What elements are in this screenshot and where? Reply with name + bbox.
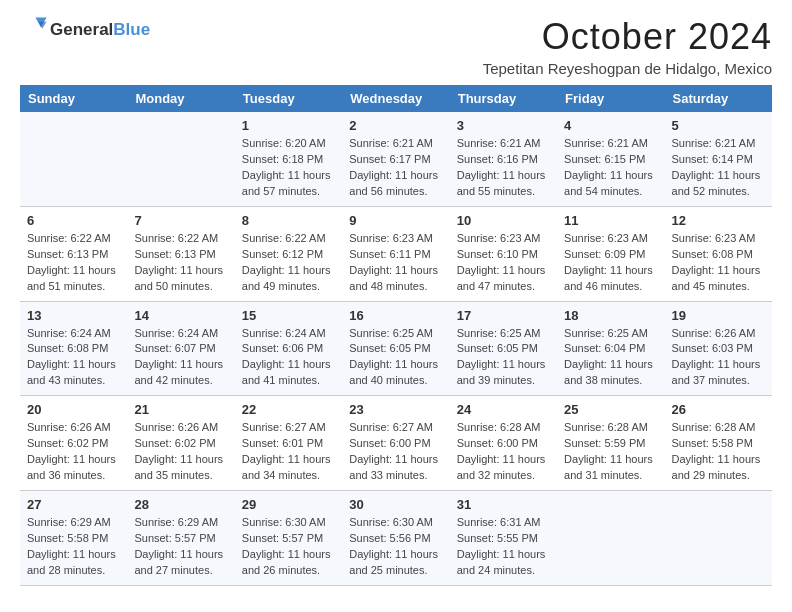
- logo-text-blue: Blue: [113, 20, 150, 39]
- calendar-cell: 14Sunrise: 6:24 AMSunset: 6:07 PMDayligh…: [127, 301, 234, 396]
- calendar-cell: 31Sunrise: 6:31 AMSunset: 5:55 PMDayligh…: [450, 491, 557, 586]
- day-info: Sunrise: 6:26 AMSunset: 6:03 PMDaylight:…: [672, 326, 765, 390]
- calendar-cell: 27Sunrise: 6:29 AMSunset: 5:58 PMDayligh…: [20, 491, 127, 586]
- day-number: 11: [564, 213, 657, 228]
- calendar-cell: [20, 112, 127, 206]
- day-number: 28: [134, 497, 227, 512]
- calendar-cell: 15Sunrise: 6:24 AMSunset: 6:06 PMDayligh…: [235, 301, 342, 396]
- day-number: 6: [27, 213, 120, 228]
- day-info: Sunrise: 6:23 AMSunset: 6:11 PMDaylight:…: [349, 231, 442, 295]
- calendar-cell: 9Sunrise: 6:23 AMSunset: 6:11 PMDaylight…: [342, 206, 449, 301]
- day-number: 29: [242, 497, 335, 512]
- day-number: 9: [349, 213, 442, 228]
- svg-marker-1: [38, 22, 46, 29]
- calendar-cell: 12Sunrise: 6:23 AMSunset: 6:08 PMDayligh…: [665, 206, 772, 301]
- calendar-cell: 26Sunrise: 6:28 AMSunset: 5:58 PMDayligh…: [665, 396, 772, 491]
- title-block: October 2024 Tepetitan Reyeshogpan de Hi…: [483, 16, 772, 77]
- logo-icon: [20, 12, 48, 40]
- calendar-week-row: 27Sunrise: 6:29 AMSunset: 5:58 PMDayligh…: [20, 491, 772, 586]
- day-info: Sunrise: 6:22 AMSunset: 6:13 PMDaylight:…: [134, 231, 227, 295]
- day-number: 18: [564, 308, 657, 323]
- day-number: 8: [242, 213, 335, 228]
- day-info: Sunrise: 6:24 AMSunset: 6:06 PMDaylight:…: [242, 326, 335, 390]
- day-number: 22: [242, 402, 335, 417]
- calendar-cell: 16Sunrise: 6:25 AMSunset: 6:05 PMDayligh…: [342, 301, 449, 396]
- calendar-header-row: SundayMondayTuesdayWednesdayThursdayFrid…: [20, 85, 772, 112]
- header-wednesday: Wednesday: [342, 85, 449, 112]
- header-thursday: Thursday: [450, 85, 557, 112]
- logo-text-general: General: [50, 20, 113, 39]
- calendar-cell: 5Sunrise: 6:21 AMSunset: 6:14 PMDaylight…: [665, 112, 772, 206]
- calendar-week-row: 13Sunrise: 6:24 AMSunset: 6:08 PMDayligh…: [20, 301, 772, 396]
- calendar-cell: 24Sunrise: 6:28 AMSunset: 6:00 PMDayligh…: [450, 396, 557, 491]
- calendar-cell: 8Sunrise: 6:22 AMSunset: 6:12 PMDaylight…: [235, 206, 342, 301]
- day-info: Sunrise: 6:26 AMSunset: 6:02 PMDaylight:…: [27, 420, 120, 484]
- header-friday: Friday: [557, 85, 664, 112]
- calendar-cell: 28Sunrise: 6:29 AMSunset: 5:57 PMDayligh…: [127, 491, 234, 586]
- day-info: Sunrise: 6:28 AMSunset: 5:59 PMDaylight:…: [564, 420, 657, 484]
- day-info: Sunrise: 6:26 AMSunset: 6:02 PMDaylight:…: [134, 420, 227, 484]
- day-number: 19: [672, 308, 765, 323]
- day-number: 24: [457, 402, 550, 417]
- calendar-cell: [127, 112, 234, 206]
- day-number: 16: [349, 308, 442, 323]
- day-info: Sunrise: 6:21 AMSunset: 6:14 PMDaylight:…: [672, 136, 765, 200]
- day-number: 26: [672, 402, 765, 417]
- day-number: 3: [457, 118, 550, 133]
- day-info: Sunrise: 6:24 AMSunset: 6:07 PMDaylight:…: [134, 326, 227, 390]
- calendar-cell: 25Sunrise: 6:28 AMSunset: 5:59 PMDayligh…: [557, 396, 664, 491]
- day-info: Sunrise: 6:30 AMSunset: 5:57 PMDaylight:…: [242, 515, 335, 579]
- calendar-cell: 7Sunrise: 6:22 AMSunset: 6:13 PMDaylight…: [127, 206, 234, 301]
- day-info: Sunrise: 6:25 AMSunset: 6:05 PMDaylight:…: [457, 326, 550, 390]
- calendar-cell: 20Sunrise: 6:26 AMSunset: 6:02 PMDayligh…: [20, 396, 127, 491]
- calendar-cell: 11Sunrise: 6:23 AMSunset: 6:09 PMDayligh…: [557, 206, 664, 301]
- calendar-cell: 13Sunrise: 6:24 AMSunset: 6:08 PMDayligh…: [20, 301, 127, 396]
- month-title: October 2024: [483, 16, 772, 58]
- day-info: Sunrise: 6:27 AMSunset: 6:00 PMDaylight:…: [349, 420, 442, 484]
- day-info: Sunrise: 6:21 AMSunset: 6:17 PMDaylight:…: [349, 136, 442, 200]
- calendar-cell: [557, 491, 664, 586]
- day-number: 10: [457, 213, 550, 228]
- calendar-cell: 21Sunrise: 6:26 AMSunset: 6:02 PMDayligh…: [127, 396, 234, 491]
- location-subtitle: Tepetitan Reyeshogpan de Hidalgo, Mexico: [483, 60, 772, 77]
- day-number: 15: [242, 308, 335, 323]
- calendar-cell: [665, 491, 772, 586]
- calendar-cell: 1Sunrise: 6:20 AMSunset: 6:18 PMDaylight…: [235, 112, 342, 206]
- day-info: Sunrise: 6:20 AMSunset: 6:18 PMDaylight:…: [242, 136, 335, 200]
- header-monday: Monday: [127, 85, 234, 112]
- day-number: 25: [564, 402, 657, 417]
- calendar-cell: 17Sunrise: 6:25 AMSunset: 6:05 PMDayligh…: [450, 301, 557, 396]
- calendar-cell: 29Sunrise: 6:30 AMSunset: 5:57 PMDayligh…: [235, 491, 342, 586]
- logo: GeneralBlue: [20, 16, 150, 44]
- day-number: 7: [134, 213, 227, 228]
- calendar-cell: 30Sunrise: 6:30 AMSunset: 5:56 PMDayligh…: [342, 491, 449, 586]
- calendar-cell: 2Sunrise: 6:21 AMSunset: 6:17 PMDaylight…: [342, 112, 449, 206]
- calendar-cell: 3Sunrise: 6:21 AMSunset: 6:16 PMDaylight…: [450, 112, 557, 206]
- day-number: 27: [27, 497, 120, 512]
- day-info: Sunrise: 6:28 AMSunset: 5:58 PMDaylight:…: [672, 420, 765, 484]
- header-saturday: Saturday: [665, 85, 772, 112]
- day-info: Sunrise: 6:25 AMSunset: 6:04 PMDaylight:…: [564, 326, 657, 390]
- day-info: Sunrise: 6:23 AMSunset: 6:09 PMDaylight:…: [564, 231, 657, 295]
- day-info: Sunrise: 6:31 AMSunset: 5:55 PMDaylight:…: [457, 515, 550, 579]
- day-number: 30: [349, 497, 442, 512]
- day-number: 5: [672, 118, 765, 133]
- calendar-cell: 22Sunrise: 6:27 AMSunset: 6:01 PMDayligh…: [235, 396, 342, 491]
- day-info: Sunrise: 6:21 AMSunset: 6:15 PMDaylight:…: [564, 136, 657, 200]
- day-number: 23: [349, 402, 442, 417]
- day-info: Sunrise: 6:23 AMSunset: 6:10 PMDaylight:…: [457, 231, 550, 295]
- page-header: GeneralBlue October 2024 Tepetitan Reyes…: [20, 16, 772, 77]
- day-number: 2: [349, 118, 442, 133]
- calendar-week-row: 1Sunrise: 6:20 AMSunset: 6:18 PMDaylight…: [20, 112, 772, 206]
- calendar-cell: 23Sunrise: 6:27 AMSunset: 6:00 PMDayligh…: [342, 396, 449, 491]
- day-info: Sunrise: 6:24 AMSunset: 6:08 PMDaylight:…: [27, 326, 120, 390]
- day-number: 20: [27, 402, 120, 417]
- day-info: Sunrise: 6:30 AMSunset: 5:56 PMDaylight:…: [349, 515, 442, 579]
- calendar-week-row: 6Sunrise: 6:22 AMSunset: 6:13 PMDaylight…: [20, 206, 772, 301]
- day-info: Sunrise: 6:29 AMSunset: 5:57 PMDaylight:…: [134, 515, 227, 579]
- day-info: Sunrise: 6:21 AMSunset: 6:16 PMDaylight:…: [457, 136, 550, 200]
- calendar-cell: 10Sunrise: 6:23 AMSunset: 6:10 PMDayligh…: [450, 206, 557, 301]
- day-number: 13: [27, 308, 120, 323]
- calendar-cell: 18Sunrise: 6:25 AMSunset: 6:04 PMDayligh…: [557, 301, 664, 396]
- day-info: Sunrise: 6:22 AMSunset: 6:13 PMDaylight:…: [27, 231, 120, 295]
